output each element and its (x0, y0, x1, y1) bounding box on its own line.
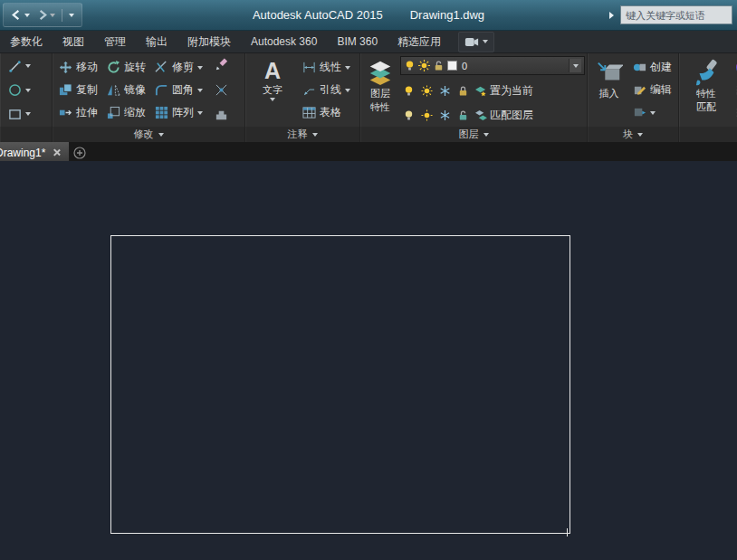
layer-dropdown-arrow[interactable] (569, 59, 581, 72)
customize-dropdown-icon (69, 14, 74, 17)
video-camera-icon (464, 37, 479, 47)
ribbon: 移动 复制 拉伸 旋转 (0, 53, 737, 142)
undo-button[interactable] (9, 8, 32, 22)
stretch-button[interactable]: 拉伸 (56, 101, 100, 124)
drawing-canvas[interactable] (0, 161, 737, 560)
layer-freeze2-button[interactable] (418, 107, 436, 124)
match-layer-button[interactable]: 匹配图层 (473, 107, 536, 124)
linear-dropdown-icon[interactable] (345, 66, 350, 70)
erase-button[interactable] (213, 56, 230, 73)
match-properties-button[interactable]: 特性 匹配 (683, 55, 730, 125)
app-title: Autodesk AutoCAD 2015 (253, 8, 383, 22)
rotate-button[interactable]: 旋转 (104, 56, 148, 79)
file-tab-drawing1[interactable]: Drawing1* (0, 142, 70, 163)
mirror-button[interactable]: 镜像 (104, 79, 148, 101)
fillet-label: 圆角 (172, 82, 194, 98)
panel-block-label[interactable]: 块 (588, 127, 678, 142)
close-tab-icon[interactable] (53, 148, 61, 157)
move-button[interactable]: 移动 (56, 56, 100, 79)
linear-dimension-button[interactable]: 线性 (300, 56, 353, 79)
new-tab-button[interactable] (70, 142, 90, 163)
layer-lock-button[interactable] (455, 82, 472, 100)
trim-icon (155, 61, 168, 74)
trim-dropdown-icon[interactable] (197, 66, 203, 70)
explode-button[interactable] (213, 81, 230, 99)
crosshair-cursor (567, 528, 568, 536)
tab-output[interactable]: 输出 (136, 31, 177, 52)
insert-block-icon (596, 59, 623, 86)
search-input[interactable] (620, 5, 732, 24)
text-dropdown-icon (270, 98, 275, 101)
leader-button[interactable]: 引线 (300, 79, 353, 101)
circle-tool-button[interactable] (5, 81, 46, 100)
tab-view[interactable]: 视图 (53, 31, 94, 52)
drawn-rectangle[interactable] (110, 235, 570, 534)
offset-button[interactable] (213, 107, 230, 124)
panel-modify-label[interactable]: 修改 (53, 127, 244, 142)
linetype-button[interactable] (733, 101, 737, 124)
snowflake-small-icon (439, 109, 451, 121)
panel-annotation-label[interactable]: 注释 (245, 127, 359, 142)
leader-dropdown-icon[interactable] (345, 89, 350, 92)
array-button[interactable]: 阵列 (152, 101, 206, 124)
layer-isolate-button[interactable] (400, 107, 417, 124)
scale-button[interactable]: 缩放 (104, 101, 148, 124)
set-current-label: 置为当前 (490, 83, 533, 99)
layer-unlock-button[interactable] (455, 107, 472, 124)
lineweight-button[interactable] (733, 79, 737, 101)
layer-dropdown[interactable]: 0 (400, 56, 585, 75)
layer-freeze3-button[interactable] (436, 107, 454, 124)
fillet-dropdown-icon[interactable] (197, 89, 203, 92)
infocenter-expand-icon[interactable] (609, 12, 614, 19)
object-color-button[interactable] (733, 56, 737, 79)
mirror-icon (107, 83, 120, 97)
panel-layers-label[interactable]: 图层 (360, 127, 587, 142)
match-properties-brush-icon (693, 59, 720, 86)
text-button[interactable]: A 文字 (249, 55, 296, 125)
block-attributes-button[interactable] (630, 101, 675, 124)
layer-freeze-button[interactable] (436, 82, 454, 100)
insert-button[interactable]: 插入 (591, 55, 627, 125)
undo-dropdown-icon[interactable] (24, 14, 30, 17)
layer-thaw-button[interactable] (418, 82, 436, 100)
tab-parametric[interactable]: 参数化 (0, 31, 53, 52)
line-tool-button[interactable] (5, 56, 46, 76)
redo-dropdown-icon[interactable] (50, 14, 55, 17)
redo-button[interactable] (34, 8, 57, 22)
block-attr-dropdown-icon[interactable] (650, 111, 656, 115)
edit-block-button[interactable]: 编辑 (630, 79, 675, 101)
layer-off-button[interactable] (400, 82, 417, 100)
tab-autodesk360[interactable]: Autodesk 360 (241, 31, 327, 52)
set-current-icon (475, 85, 487, 97)
layer-properties-button[interactable]: 图层 特性 (364, 55, 397, 125)
tab-bim360[interactable]: BIM 360 (327, 31, 388, 52)
bulb-off-icon (403, 85, 415, 97)
layers-expand-icon (483, 133, 489, 137)
text-label: 文字 (263, 84, 282, 96)
bulb-on-icon (404, 60, 416, 71)
linear-label: 线性 (320, 60, 341, 75)
offset-icon (215, 109, 228, 122)
linear-dimension-icon (302, 61, 316, 74)
block-expand-icon (637, 133, 643, 137)
create-block-button[interactable]: 创建 (630, 56, 675, 79)
table-button[interactable]: 表格 (300, 101, 353, 124)
panel-properties-label[interactable] (679, 127, 737, 142)
tab-manage[interactable]: 管理 (94, 31, 136, 52)
copy-button[interactable]: 复制 (56, 79, 100, 101)
tab-addins[interactable]: 附加模块 (177, 31, 241, 52)
leader-label: 引线 (320, 82, 341, 98)
set-current-button[interactable]: 置为当前 (473, 82, 536, 100)
panel-draw-label[interactable] (0, 127, 52, 142)
layer-tools-row-2: 匹配图层 (400, 107, 585, 124)
array-icon (155, 106, 168, 119)
customize-qat-button[interactable] (67, 13, 76, 18)
rectangle-tool-button[interactable] (5, 104, 46, 124)
trim-button[interactable]: 修剪 (152, 56, 206, 79)
record-button[interactable] (458, 32, 494, 52)
fillet-button[interactable]: 圆角 (152, 79, 206, 101)
leader-icon (302, 83, 316, 97)
edit-block-icon (633, 83, 646, 97)
array-dropdown-icon[interactable] (197, 111, 203, 115)
tab-featured-apps[interactable]: 精选应用 (388, 31, 451, 52)
